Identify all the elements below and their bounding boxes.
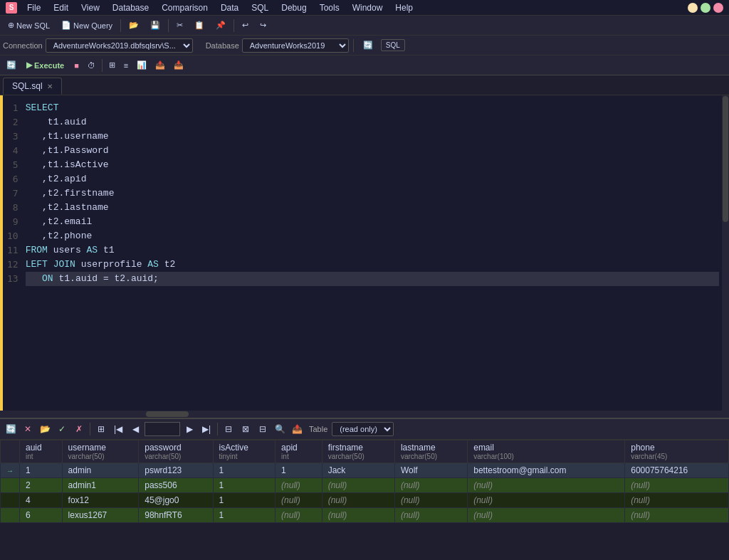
sql-mode-button[interactable]: SQL xyxy=(381,39,405,51)
redo-button[interactable]: ↪ xyxy=(255,19,271,32)
results-cancel-button[interactable]: ✗ xyxy=(71,421,87,437)
results-pane: 🔄 ✕ 📂 ✓ ✗ ⊞ |◀ ◀ 1000 ▶ ▶| ⊟ ⊠ ⊟ 🔍 📤 Tab… xyxy=(0,418,729,560)
copy-button[interactable]: 📋 xyxy=(189,19,209,32)
cell-password: pswrd123 xyxy=(139,463,213,478)
connection-label: Connection xyxy=(3,41,43,50)
table-mode-dropdown[interactable]: (read only) xyxy=(332,422,394,436)
cell-apid: (null) xyxy=(276,478,322,493)
export-button[interactable]: 📤 xyxy=(152,59,169,71)
text-view-button[interactable]: ≡ xyxy=(120,60,132,71)
import-button[interactable]: 📥 xyxy=(170,59,187,71)
results-grid-button[interactable]: ⊞ xyxy=(93,421,109,437)
code-line-7: ,t2.firstname xyxy=(26,186,719,201)
line-numbers: 12345 678910 111213 xyxy=(3,95,23,411)
paste-button[interactable]: 📌 xyxy=(211,19,231,32)
tab-close-button[interactable]: ✕ xyxy=(47,83,53,90)
menu-bar: File Edit View Database Comparison Data … xyxy=(21,1,419,14)
table-row[interactable]: 2admin1pass5061(null)(null)(null)(null)(… xyxy=(1,478,729,493)
editor-pane: 12345 678910 111213 SELECT t1.auid ,t1.u… xyxy=(0,95,729,418)
menu-edit[interactable]: Edit xyxy=(48,1,74,14)
menu-window[interactable]: Window xyxy=(347,1,389,14)
cell-apid: (null) xyxy=(276,508,322,523)
code-line-9: ,t2.email xyxy=(26,215,719,229)
cell-auid: 2 xyxy=(20,478,63,493)
results-limit-input[interactable]: 1000 xyxy=(145,422,180,436)
cell-email: bettestroom@gmail.com xyxy=(468,463,625,478)
open-button[interactable]: 📂 xyxy=(124,19,144,32)
close-button[interactable] xyxy=(713,3,723,13)
code-line-13: ON t1.auid = t2.auid; xyxy=(26,272,719,286)
cut-button[interactable]: ✂ xyxy=(172,19,188,32)
results-list-view-button[interactable]: ⊠ xyxy=(238,421,253,437)
connection-dropdown[interactable]: AdventureWorks2019.dbfsqlsrv\S... xyxy=(46,38,193,53)
maximize-button[interactable] xyxy=(701,3,710,13)
results-prev-first-button[interactable]: |◀ xyxy=(110,421,126,437)
cell-username: admin xyxy=(62,463,139,478)
toolbar-separator-2 xyxy=(168,19,169,32)
results-table-view-button[interactable]: ⊟ xyxy=(221,421,236,437)
refresh-button[interactable]: 🔄 xyxy=(358,38,378,52)
menu-debug[interactable]: Debug xyxy=(276,1,312,14)
title-bar: S File Edit View Database Comparison Dat… xyxy=(0,0,729,16)
execute-button[interactable]: ▶ Execute xyxy=(21,58,69,72)
results-open-button[interactable]: 📂 xyxy=(37,421,53,437)
menu-database[interactable]: Database xyxy=(107,1,154,14)
minimize-button[interactable] xyxy=(688,3,698,13)
new-query-button[interactable]: 📄 New Query xyxy=(56,19,117,32)
horizontal-scrollbar[interactable] xyxy=(0,411,729,418)
results-next-last-button[interactable]: ▶| xyxy=(199,421,214,437)
cell-auid: 6 xyxy=(20,508,63,523)
results-check-button[interactable]: ✓ xyxy=(54,421,70,437)
new-sql-icon: ⊕ xyxy=(8,21,14,30)
refresh-small-button[interactable]: 🔄 xyxy=(3,59,20,71)
results-prev-button[interactable]: ◀ xyxy=(127,421,143,437)
results-stop-button[interactable]: ✕ xyxy=(20,421,36,437)
menu-help[interactable]: Help xyxy=(389,1,419,14)
code-line-12: LEFT JOIN userprofile AS t2 xyxy=(26,258,719,272)
stop-button[interactable]: ■ xyxy=(70,60,83,71)
menu-data[interactable]: Data xyxy=(215,1,244,14)
cell-email: (null) xyxy=(468,493,625,508)
menu-file[interactable]: File xyxy=(21,1,46,14)
cell-firstname: (null) xyxy=(322,478,394,493)
results-table[interactable]: auidint usernamevarchar(50) passwordvarc… xyxy=(0,440,729,560)
results-refresh-button[interactable]: 🔄 xyxy=(3,421,19,437)
code-line-11: FROM users AS t1 xyxy=(26,243,719,258)
menu-sql[interactable]: SQL xyxy=(246,1,274,14)
code-line-10: ,t2.phone xyxy=(26,229,719,243)
editor-inner: 12345 678910 111213 SELECT t1.auid ,t1.u… xyxy=(0,95,729,411)
table-row[interactable]: 4fox1245@jgo01(null)(null)(null)(null)(n… xyxy=(1,493,729,508)
connection-toolbar: Connection AdventureWorks2019.dbfsqlsrv\… xyxy=(0,36,729,56)
database-dropdown[interactable]: AdventureWorks2019 xyxy=(242,38,349,53)
results-column-view-button[interactable]: ⊟ xyxy=(255,421,271,437)
results-export-button[interactable]: 📤 xyxy=(289,421,305,437)
cell-firstname: Jack xyxy=(322,463,394,478)
undo-button[interactable]: ↩ xyxy=(237,19,253,32)
menu-tools[interactable]: Tools xyxy=(314,1,345,14)
vertical-scrollbar[interactable] xyxy=(722,95,729,411)
results-search-button[interactable]: 🔍 xyxy=(272,421,288,437)
table-row[interactable]: 6lexus126798hnfRT61(null)(null)(null)(nu… xyxy=(1,508,729,523)
code-editor[interactable]: SELECT t1.auid ,t1.username ,t1.Password… xyxy=(23,95,722,411)
menu-view[interactable]: View xyxy=(75,1,105,14)
col-apid: apidint xyxy=(276,440,322,463)
grid-view-button[interactable]: ⊞ xyxy=(105,59,119,71)
timer-button[interactable]: ⏱ xyxy=(84,60,99,71)
h-scrollbar-thumb[interactable] xyxy=(146,411,189,417)
results-next-button[interactable]: ▶ xyxy=(182,421,197,437)
sql-tab-label: SQL.sql xyxy=(12,81,43,91)
cell-password: 98hnfRT6 xyxy=(139,508,213,523)
chart-button[interactable]: 📊 xyxy=(133,59,150,71)
menu-comparison[interactable]: Comparison xyxy=(156,1,214,14)
sql-tab[interactable]: SQL.sql ✕ xyxy=(3,78,62,95)
cell-apid: 1 xyxy=(276,463,322,478)
new-query-icon: 📄 xyxy=(61,21,71,30)
save-button[interactable]: 💾 xyxy=(145,19,165,32)
cell-isActive: 1 xyxy=(213,508,276,523)
editor-tab-bar: SQL.sql ✕ xyxy=(0,75,729,95)
scrollbar-thumb[interactable] xyxy=(723,96,728,222)
new-sql-button[interactable]: ⊕ New SQL xyxy=(3,19,55,32)
cell-username: fox12 xyxy=(62,493,139,508)
table-row[interactable]: →1adminpswrd12311JackWolfbettestroom@gma… xyxy=(1,463,729,478)
cell-lastname: (null) xyxy=(394,508,467,523)
